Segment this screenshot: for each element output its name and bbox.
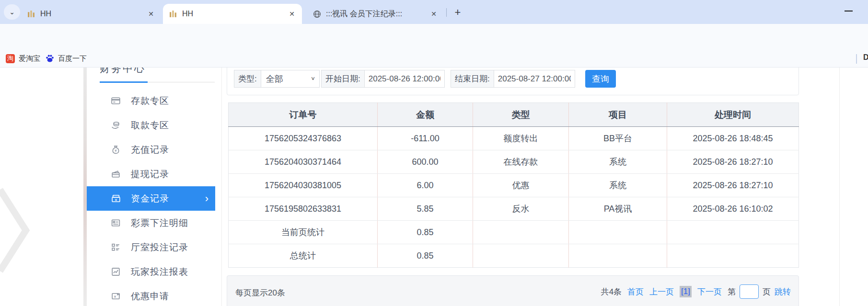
sidebar-item-player-bet-report[interactable]: 玩家投注报表 — [87, 260, 215, 284]
jump-suffix-label: 页 — [763, 286, 771, 297]
hh-favicon-icon — [27, 10, 35, 18]
table-row-page-summary: 当前页统计 0.85 — [229, 221, 799, 244]
cell-amount: 0.85 — [378, 221, 473, 244]
tab-hh-2-active[interactable]: HH ✕ — [163, 4, 302, 24]
tab-strip: ⌄ HH ✕ HH ✕ :::视讯 会员下注纪录::: ✕ + — [0, 0, 868, 24]
cash-cards-icon — [110, 169, 121, 180]
browser-toolbar: ← → ↻ ⌂ mgm1065.com/hhcp/usercenter.html… — [0, 24, 868, 49]
tab-search-button[interactable]: ⌄ — [4, 4, 20, 20]
col-header-time: 处理时间 — [667, 103, 799, 127]
cell-amount: 5.85 — [378, 197, 473, 221]
cell-order-no: 1756204030381005 — [229, 174, 378, 197]
start-date-input[interactable] — [364, 70, 445, 88]
prev-page-link[interactable]: 上一页 — [649, 286, 674, 297]
svg-text:¥: ¥ — [114, 295, 116, 299]
new-tab-button[interactable]: + — [451, 6, 464, 19]
content-right-border — [839, 68, 840, 306]
tab-close-icon[interactable]: ✕ — [287, 9, 297, 19]
cell-item: 系统 — [569, 174, 667, 197]
sidebar-item-funds-record[interactable]: ¥ 资金记录 › — [87, 186, 215, 211]
type-label: 类型: — [234, 70, 261, 88]
start-date-label: 开始日期: — [321, 70, 364, 88]
cell-time: 2025-08-26 18:48:45 — [667, 127, 799, 150]
table-row: 1756205324376863 -611.00 额度转出 BB平台 2025-… — [229, 127, 799, 150]
cell-item: 系统 — [569, 150, 667, 174]
chevron-right-icon: › — [205, 193, 208, 204]
sidebar-header-title: 财务中心 — [100, 68, 146, 75]
tab-hh-1[interactable]: HH ✕ — [21, 4, 161, 24]
end-date-input[interactable] — [494, 70, 575, 88]
sidebar: 财务中心 存款专区 取款专区 ¥ — [87, 68, 222, 306]
search-button[interactable]: 查询 — [585, 70, 616, 88]
chart-report-icon — [110, 267, 121, 277]
col-header-order-no: 订单号 — [229, 103, 378, 127]
table-row: 1756195802633831 5.85 反水 PA视讯 2025-08-26… — [229, 197, 799, 221]
bank-card-icon — [110, 96, 121, 106]
sidebar-item-promo-apply[interactable]: ¥ 优惠申请 — [87, 284, 215, 306]
bookmark-taobao[interactable]: 淘 爱淘宝 — [6, 53, 40, 64]
sidebar-menu: 存款专区 取款专区 ¥ 充值记录 — [87, 89, 215, 306]
cell-type: 额度转出 — [473, 127, 569, 150]
svg-text:¥: ¥ — [115, 148, 117, 153]
sidebar-item-label: 存款专区 — [131, 95, 169, 107]
sidebar-item-label: 厅室投注记录 — [131, 241, 188, 254]
total-count-label: 共4条 — [601, 286, 622, 297]
browser-window: ⌄ HH ✕ HH ✕ :::视讯 会员下注纪录::: ✕ + — [0, 0, 868, 306]
first-page-link[interactable]: 首页 — [627, 286, 644, 297]
funds-record-icon: ¥ — [110, 193, 121, 204]
per-page-label: 每页显示20条 — [235, 287, 285, 298]
cell-amount: -611.00 — [378, 127, 473, 150]
page-content: 财务中心 存款专区 取款专区 ¥ — [0, 68, 868, 306]
funds-record-table: 订单号 金额 类型 项目 处理时间 1756205324376863 -611.… — [228, 102, 799, 268]
current-page-indicator: [1] — [680, 286, 692, 297]
sidebar-item-label: 优惠申请 — [131, 290, 169, 303]
page-jump-input[interactable] — [740, 284, 759, 299]
type-filter-group: 类型: 全部 ˅ — [234, 70, 320, 88]
cell-type: 反水 — [473, 197, 569, 221]
tab-close-icon[interactable]: ✕ — [428, 9, 439, 19]
end-date-label: 结束日期: — [451, 70, 494, 88]
cell-summary-label: 当前页统计 — [229, 221, 378, 244]
sidebar-item-hall-bet-record[interactable]: 厅室投注记录 — [87, 235, 215, 260]
sidebar-item-recharge-record[interactable]: ¥ 充值记录 — [87, 137, 215, 162]
type-select-value: 全部 — [266, 73, 283, 85]
next-page-link[interactable]: 下一页 — [697, 286, 722, 297]
tab-title: HH — [40, 10, 141, 18]
header-divider-line — [148, 82, 215, 82]
taobao-icon: 淘 — [6, 54, 15, 63]
tab-close-icon[interactable]: ✕ — [146, 9, 156, 19]
table-row: 1756204030371464 600.00 在线存款 系统 2025-08-… — [229, 150, 799, 174]
baidu-paw-icon — [45, 54, 54, 63]
cell-time: 2025-08-26 18:27:10 — [667, 174, 799, 197]
chevron-down-icon: ⌄ — [9, 8, 15, 16]
sidebar-item-label: 充值记录 — [131, 144, 169, 156]
cell-type — [473, 244, 569, 268]
cell-time: 2025-08-26 18:27:10 — [667, 150, 799, 174]
cell-item: PA视讯 — [569, 197, 667, 221]
cell-order-no: 1756204030371464 — [229, 150, 378, 174]
cell-time — [667, 244, 799, 268]
window-minimize-button[interactable] — [845, 11, 853, 11]
bookmarks-bar: 淘 爱淘宝 百度一下 D — [0, 49, 868, 68]
sidebar-item-label: 取款专区 — [131, 119, 169, 132]
bookmark-partial-label[interactable]: D — [863, 53, 868, 62]
type-select[interactable]: 全部 ˅ — [261, 70, 320, 88]
sidebar-item-deposit-zone[interactable]: 存款专区 — [87, 89, 215, 113]
jump-link[interactable]: 跳转 — [775, 286, 791, 297]
cell-amount: 600.00 — [378, 150, 473, 174]
cell-order-no: 1756195802633831 — [229, 197, 378, 221]
sidebar-item-withdraw-zone[interactable]: 取款专区 — [87, 113, 215, 137]
tab-shixun[interactable]: :::视讯 会员下注纪录::: ✕ — [307, 4, 444, 24]
sidebar-item-lottery-bet-detail[interactable]: 彩票下注明细 — [87, 211, 215, 235]
bookmarks-divider — [856, 54, 857, 64]
cell-item — [569, 244, 667, 268]
tab-title: :::视讯 会员下注纪录::: — [326, 9, 424, 19]
cell-summary-label: 总统计 — [229, 244, 378, 268]
background-chevron-watermark — [0, 185, 35, 278]
sidebar-item-label: 资金记录 — [131, 193, 169, 205]
cell-type: 在线存款 — [473, 150, 569, 174]
grid-list-icon — [110, 242, 121, 253]
cell-item — [569, 221, 667, 244]
bookmark-baidu[interactable]: 百度一下 — [45, 53, 87, 64]
sidebar-item-withdrawal-record[interactable]: 提现记录 — [87, 162, 215, 186]
